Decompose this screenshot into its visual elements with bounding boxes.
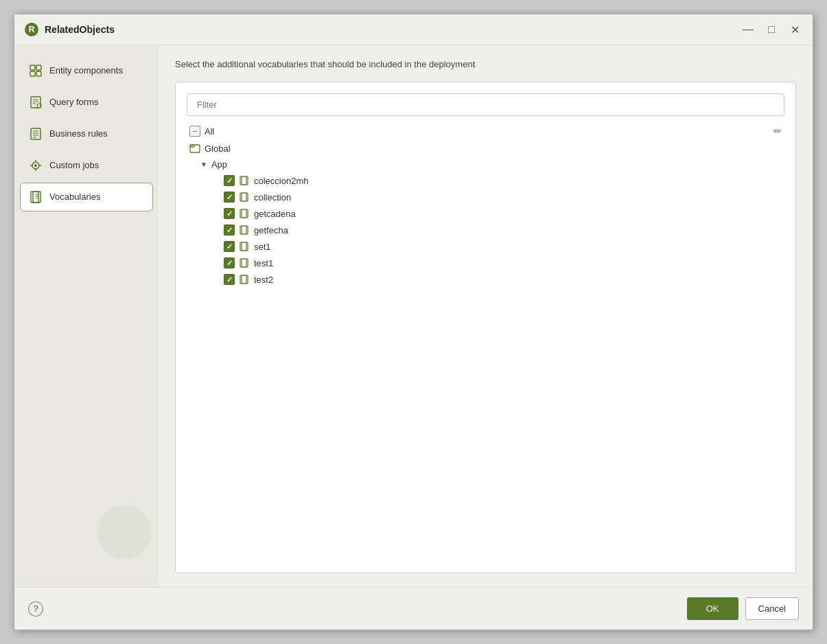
sidebar-custom-jobs-label: Custom jobs bbox=[49, 160, 99, 172]
svg-rect-42 bbox=[242, 275, 248, 284]
sidebar: Entity components Query forms bbox=[14, 45, 159, 587]
content-area: Entity components Query forms bbox=[14, 45, 813, 587]
collapse-all-button[interactable]: − bbox=[189, 126, 200, 137]
svg-rect-23 bbox=[33, 192, 40, 203]
minimize-button[interactable]: — bbox=[740, 21, 756, 38]
sidebar-item-vocabularies[interactable]: Vocabularies bbox=[20, 183, 153, 211]
svg-text:R: R bbox=[29, 25, 35, 34]
tree-app-row: ▼ App bbox=[187, 157, 784, 172]
vocab-icon-set1 bbox=[239, 241, 250, 252]
maximize-button[interactable]: □ bbox=[763, 21, 780, 38]
svg-rect-31 bbox=[240, 193, 246, 201]
svg-rect-4 bbox=[30, 71, 35, 76]
svg-rect-32 bbox=[242, 193, 248, 201]
vocab-icon-collection bbox=[239, 192, 250, 203]
entity-components-icon bbox=[29, 64, 43, 78]
sidebar-business-rules-label: Business rules bbox=[49, 128, 108, 140]
app-logo: R bbox=[24, 22, 39, 37]
all-label: All bbox=[205, 126, 214, 137]
window-title: RelatedObjects bbox=[45, 24, 740, 35]
item-label-getfecha: getfecha bbox=[254, 225, 288, 235]
svg-rect-22 bbox=[31, 192, 38, 203]
main-window: R RelatedObjects — □ ✕ Entity bbox=[14, 14, 813, 630]
checkbox-getfecha[interactable] bbox=[224, 225, 235, 235]
checkbox-getcadena[interactable] bbox=[224, 208, 235, 219]
item-label-set1: set1 bbox=[254, 242, 271, 252]
global-label: Global bbox=[205, 143, 231, 154]
checkbox-set1[interactable] bbox=[224, 241, 235, 252]
custom-jobs-icon bbox=[29, 159, 43, 172]
business-rules-icon bbox=[29, 127, 43, 141]
app-label: App bbox=[211, 159, 227, 170]
tree-item-coleccion2mh: coleccion2mh bbox=[187, 173, 784, 188]
item-label-getcadena: getcadena bbox=[254, 209, 296, 219]
sidebar-query-forms-label: Query forms bbox=[49, 97, 99, 108]
item-label-test1: test1 bbox=[254, 258, 273, 268]
sidebar-vocabularies-label: Vocabularies bbox=[49, 192, 100, 203]
svg-rect-36 bbox=[242, 226, 248, 234]
svg-rect-33 bbox=[240, 209, 246, 218]
tree-global-row: Global bbox=[187, 141, 784, 156]
svg-rect-30 bbox=[242, 176, 248, 185]
help-button[interactable]: ? bbox=[28, 601, 43, 617]
window-controls: — □ ✕ bbox=[740, 21, 803, 38]
vocab-icon-coleccion2mh bbox=[239, 175, 250, 186]
item-label-test2: test2 bbox=[254, 275, 273, 285]
svg-rect-5 bbox=[36, 71, 41, 76]
sidebar-item-query-forms[interactable]: Query forms bbox=[20, 88, 153, 117]
main-description: Select the additional vocabularies that … bbox=[175, 59, 796, 69]
checkbox-coleccion2mh[interactable] bbox=[224, 175, 235, 186]
vocab-icon-getfecha bbox=[239, 225, 250, 235]
svg-rect-27 bbox=[190, 145, 200, 152]
tree-item-test1: test1 bbox=[187, 255, 784, 271]
item-label-collection: collection bbox=[254, 192, 291, 203]
vocab-icon-test2 bbox=[239, 274, 250, 285]
tree-area: − All ✏ Global bbox=[187, 123, 784, 562]
tree-item-set1: set1 bbox=[187, 239, 784, 254]
close-button[interactable]: ✕ bbox=[787, 21, 803, 38]
tree-all-row: − All ✏ bbox=[187, 123, 784, 139]
svg-rect-11 bbox=[31, 128, 40, 139]
content-box: − All ✏ Global bbox=[175, 82, 796, 573]
sidebar-item-business-rules[interactable]: Business rules bbox=[20, 119, 153, 148]
svg-point-17 bbox=[34, 164, 37, 167]
tree-item-collection: collection bbox=[187, 189, 784, 205]
svg-rect-29 bbox=[240, 176, 246, 185]
svg-rect-3 bbox=[36, 65, 41, 70]
item-label-coleccion2mh: coleccion2mh bbox=[254, 176, 309, 186]
svg-rect-41 bbox=[240, 275, 246, 284]
svg-rect-34 bbox=[242, 209, 248, 218]
svg-rect-6 bbox=[31, 97, 40, 108]
filter-input[interactable] bbox=[187, 93, 784, 116]
title-bar: R RelatedObjects — □ ✕ bbox=[14, 14, 813, 45]
svg-rect-2 bbox=[30, 65, 35, 70]
cancel-button[interactable]: Cancel bbox=[745, 597, 799, 620]
tree-all-left: − All bbox=[189, 126, 214, 137]
sidebar-item-entity-components[interactable]: Entity components bbox=[20, 56, 153, 85]
sidebar-item-custom-jobs[interactable]: Custom jobs bbox=[20, 151, 153, 180]
global-folder-icon bbox=[189, 143, 200, 154]
query-forms-icon bbox=[29, 95, 43, 109]
tree-item-getcadena: getcadena bbox=[187, 206, 784, 221]
main-panel: Select the additional vocabularies that … bbox=[159, 45, 813, 587]
footer-buttons: OK Cancel bbox=[687, 597, 799, 620]
app-chevron-icon[interactable]: ▼ bbox=[200, 161, 207, 168]
sidebar-entity-components-label: Entity components bbox=[49, 65, 123, 77]
ok-button[interactable]: OK bbox=[687, 597, 738, 620]
svg-rect-39 bbox=[240, 259, 246, 267]
checkbox-test1[interactable] bbox=[224, 257, 235, 268]
edit-icon[interactable]: ✏ bbox=[773, 126, 782, 137]
footer: ? OK Cancel bbox=[14, 587, 813, 630]
vocabularies-icon bbox=[29, 190, 43, 204]
vocab-icon-test1 bbox=[239, 257, 250, 268]
svg-rect-38 bbox=[242, 242, 248, 251]
vocab-icon-getcadena bbox=[239, 208, 250, 219]
svg-rect-28 bbox=[190, 145, 194, 147]
svg-rect-35 bbox=[240, 226, 246, 234]
svg-rect-40 bbox=[242, 259, 248, 267]
checkbox-test2[interactable] bbox=[224, 274, 235, 285]
svg-rect-37 bbox=[240, 242, 246, 251]
tree-item-getfecha: getfecha bbox=[187, 222, 784, 238]
tree-item-test2: test2 bbox=[187, 272, 784, 287]
checkbox-collection[interactable] bbox=[224, 192, 235, 203]
